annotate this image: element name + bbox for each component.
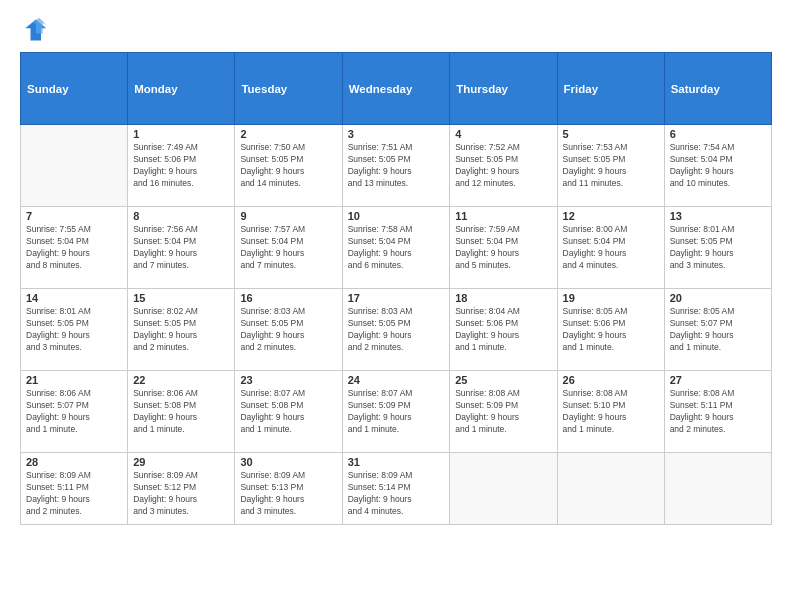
day-info: Sunrise: 8:05 AMSunset: 5:06 PMDaylight:… xyxy=(563,306,659,354)
day-info: Sunrise: 8:08 AMSunset: 5:11 PMDaylight:… xyxy=(670,388,766,436)
calendar-cell: 18Sunrise: 8:04 AMSunset: 5:06 PMDayligh… xyxy=(450,289,557,371)
week-row-1: 7Sunrise: 7:55 AMSunset: 5:04 PMDaylight… xyxy=(21,207,772,289)
day-header-sunday: Sunday xyxy=(21,53,128,125)
day-number: 5 xyxy=(563,128,659,140)
calendar-cell: 25Sunrise: 8:08 AMSunset: 5:09 PMDayligh… xyxy=(450,371,557,453)
day-info: Sunrise: 7:50 AMSunset: 5:05 PMDaylight:… xyxy=(240,142,336,190)
day-info: Sunrise: 7:55 AMSunset: 5:04 PMDaylight:… xyxy=(26,224,122,272)
logo xyxy=(20,16,52,44)
day-info: Sunrise: 8:09 AMSunset: 5:14 PMDaylight:… xyxy=(348,470,445,518)
day-number: 9 xyxy=(240,210,336,222)
calendar-cell: 17Sunrise: 8:03 AMSunset: 5:05 PMDayligh… xyxy=(342,289,450,371)
week-row-3: 21Sunrise: 8:06 AMSunset: 5:07 PMDayligh… xyxy=(21,371,772,453)
day-header-tuesday: Tuesday xyxy=(235,53,342,125)
calendar-cell: 12Sunrise: 8:00 AMSunset: 5:04 PMDayligh… xyxy=(557,207,664,289)
calendar-cell: 9Sunrise: 7:57 AMSunset: 5:04 PMDaylight… xyxy=(235,207,342,289)
day-info: Sunrise: 7:57 AMSunset: 5:04 PMDaylight:… xyxy=(240,224,336,272)
day-number: 13 xyxy=(670,210,766,222)
day-number: 12 xyxy=(563,210,659,222)
week-row-0: 1Sunrise: 7:49 AMSunset: 5:06 PMDaylight… xyxy=(21,125,772,207)
calendar-cell: 2Sunrise: 7:50 AMSunset: 5:05 PMDaylight… xyxy=(235,125,342,207)
week-row-2: 14Sunrise: 8:01 AMSunset: 5:05 PMDayligh… xyxy=(21,289,772,371)
calendar-cell: 21Sunrise: 8:06 AMSunset: 5:07 PMDayligh… xyxy=(21,371,128,453)
calendar-cell xyxy=(21,125,128,207)
day-info: Sunrise: 8:09 AMSunset: 5:12 PMDaylight:… xyxy=(133,470,229,518)
calendar-cell: 14Sunrise: 8:01 AMSunset: 5:05 PMDayligh… xyxy=(21,289,128,371)
day-number: 27 xyxy=(670,374,766,386)
day-number: 2 xyxy=(240,128,336,140)
day-info: Sunrise: 8:07 AMSunset: 5:09 PMDaylight:… xyxy=(348,388,445,436)
day-info: Sunrise: 7:53 AMSunset: 5:05 PMDaylight:… xyxy=(563,142,659,190)
day-number: 18 xyxy=(455,292,551,304)
calendar-cell: 26Sunrise: 8:08 AMSunset: 5:10 PMDayligh… xyxy=(557,371,664,453)
day-number: 10 xyxy=(348,210,445,222)
day-number: 29 xyxy=(133,456,229,468)
day-info: Sunrise: 7:56 AMSunset: 5:04 PMDaylight:… xyxy=(133,224,229,272)
day-number: 14 xyxy=(26,292,122,304)
day-info: Sunrise: 8:00 AMSunset: 5:04 PMDaylight:… xyxy=(563,224,659,272)
day-header-thursday: Thursday xyxy=(450,53,557,125)
calendar-cell: 3Sunrise: 7:51 AMSunset: 5:05 PMDaylight… xyxy=(342,125,450,207)
day-info: Sunrise: 8:04 AMSunset: 5:06 PMDaylight:… xyxy=(455,306,551,354)
calendar-cell: 20Sunrise: 8:05 AMSunset: 5:07 PMDayligh… xyxy=(664,289,771,371)
day-info: Sunrise: 7:52 AMSunset: 5:05 PMDaylight:… xyxy=(455,142,551,190)
day-info: Sunrise: 8:07 AMSunset: 5:08 PMDaylight:… xyxy=(240,388,336,436)
calendar-cell: 24Sunrise: 8:07 AMSunset: 5:09 PMDayligh… xyxy=(342,371,450,453)
day-number: 30 xyxy=(240,456,336,468)
day-number: 23 xyxy=(240,374,336,386)
header xyxy=(20,16,772,44)
day-info: Sunrise: 8:09 AMSunset: 5:11 PMDaylight:… xyxy=(26,470,122,518)
logo-icon xyxy=(20,16,48,44)
day-info: Sunrise: 8:08 AMSunset: 5:10 PMDaylight:… xyxy=(563,388,659,436)
calendar-cell: 15Sunrise: 8:02 AMSunset: 5:05 PMDayligh… xyxy=(128,289,235,371)
day-info: Sunrise: 8:05 AMSunset: 5:07 PMDaylight:… xyxy=(670,306,766,354)
day-number: 22 xyxy=(133,374,229,386)
day-number: 6 xyxy=(670,128,766,140)
day-number: 1 xyxy=(133,128,229,140)
calendar-cell: 7Sunrise: 7:55 AMSunset: 5:04 PMDaylight… xyxy=(21,207,128,289)
day-number: 11 xyxy=(455,210,551,222)
calendar-cell: 5Sunrise: 7:53 AMSunset: 5:05 PMDaylight… xyxy=(557,125,664,207)
day-number: 31 xyxy=(348,456,445,468)
calendar-cell: 22Sunrise: 8:06 AMSunset: 5:08 PMDayligh… xyxy=(128,371,235,453)
day-info: Sunrise: 8:03 AMSunset: 5:05 PMDaylight:… xyxy=(348,306,445,354)
day-number: 8 xyxy=(133,210,229,222)
day-number: 15 xyxy=(133,292,229,304)
day-number: 28 xyxy=(26,456,122,468)
day-number: 26 xyxy=(563,374,659,386)
day-header-monday: Monday xyxy=(128,53,235,125)
day-number: 19 xyxy=(563,292,659,304)
calendar-cell: 8Sunrise: 7:56 AMSunset: 5:04 PMDaylight… xyxy=(128,207,235,289)
day-info: Sunrise: 8:06 AMSunset: 5:08 PMDaylight:… xyxy=(133,388,229,436)
calendar-cell: 19Sunrise: 8:05 AMSunset: 5:06 PMDayligh… xyxy=(557,289,664,371)
day-number: 21 xyxy=(26,374,122,386)
calendar-cell: 11Sunrise: 7:59 AMSunset: 5:04 PMDayligh… xyxy=(450,207,557,289)
page: SundayMondayTuesdayWednesdayThursdayFrid… xyxy=(0,0,792,612)
day-info: Sunrise: 8:03 AMSunset: 5:05 PMDaylight:… xyxy=(240,306,336,354)
header-row: SundayMondayTuesdayWednesdayThursdayFrid… xyxy=(21,53,772,125)
calendar-cell xyxy=(450,453,557,525)
calendar-cell: 4Sunrise: 7:52 AMSunset: 5:05 PMDaylight… xyxy=(450,125,557,207)
day-number: 3 xyxy=(348,128,445,140)
day-number: 17 xyxy=(348,292,445,304)
day-number: 4 xyxy=(455,128,551,140)
day-header-wednesday: Wednesday xyxy=(342,53,450,125)
day-number: 7 xyxy=(26,210,122,222)
calendar-cell xyxy=(557,453,664,525)
day-info: Sunrise: 8:02 AMSunset: 5:05 PMDaylight:… xyxy=(133,306,229,354)
calendar-cell xyxy=(664,453,771,525)
day-info: Sunrise: 7:54 AMSunset: 5:04 PMDaylight:… xyxy=(670,142,766,190)
calendar-cell: 28Sunrise: 8:09 AMSunset: 5:11 PMDayligh… xyxy=(21,453,128,525)
day-info: Sunrise: 7:58 AMSunset: 5:04 PMDaylight:… xyxy=(348,224,445,272)
calendar-cell: 10Sunrise: 7:58 AMSunset: 5:04 PMDayligh… xyxy=(342,207,450,289)
calendar: SundayMondayTuesdayWednesdayThursdayFrid… xyxy=(20,52,772,525)
day-header-saturday: Saturday xyxy=(664,53,771,125)
day-number: 20 xyxy=(670,292,766,304)
day-number: 25 xyxy=(455,374,551,386)
day-info: Sunrise: 7:49 AMSunset: 5:06 PMDaylight:… xyxy=(133,142,229,190)
day-header-friday: Friday xyxy=(557,53,664,125)
day-info: Sunrise: 8:08 AMSunset: 5:09 PMDaylight:… xyxy=(455,388,551,436)
calendar-cell: 27Sunrise: 8:08 AMSunset: 5:11 PMDayligh… xyxy=(664,371,771,453)
calendar-cell: 31Sunrise: 8:09 AMSunset: 5:14 PMDayligh… xyxy=(342,453,450,525)
day-info: Sunrise: 7:51 AMSunset: 5:05 PMDaylight:… xyxy=(348,142,445,190)
